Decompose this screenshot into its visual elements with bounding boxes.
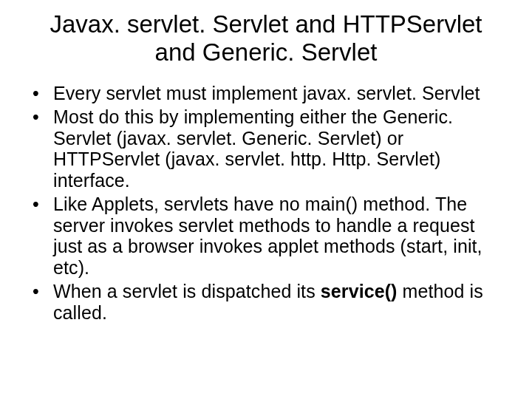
list-item: Like Applets, servlets have no main() me… bbox=[30, 194, 502, 278]
list-item: When a servlet is dispatched its service… bbox=[30, 281, 502, 323]
slide: Javax. servlet. Servlet and HTTPServlet … bbox=[0, 0, 532, 399]
list-item: Every servlet must implement javax. serv… bbox=[30, 83, 502, 104]
slide-title: Javax. servlet. Servlet and HTTPServlet … bbox=[30, 10, 502, 66]
bullet-list: Every servlet must implement javax. serv… bbox=[30, 83, 502, 324]
list-item: Most do this by implementing either the … bbox=[30, 106, 502, 191]
